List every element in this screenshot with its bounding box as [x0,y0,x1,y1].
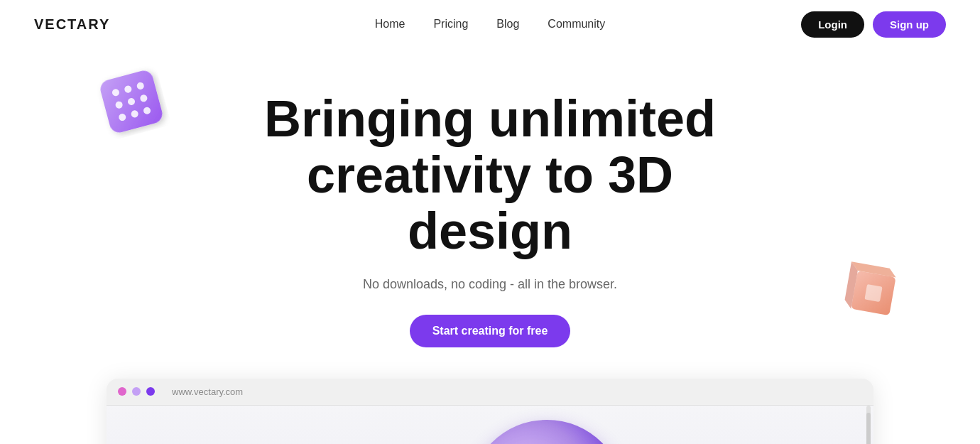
login-button[interactable]: Login [801,11,864,38]
signup-button[interactable]: Sign up [873,11,946,38]
nav-links: Home Pricing Blog Community [375,18,606,31]
browser-content [107,406,873,444]
scrollbar-thumb [866,413,871,444]
scrollbar[interactable] [866,406,871,444]
cta-button[interactable]: Start creating for free [410,315,571,347]
nav-community[interactable]: Community [548,18,605,31]
nav-blog[interactable]: Blog [496,18,519,31]
hero-subtitle: No downloads, no coding - all in the bro… [14,277,966,292]
large-purple-sphere [469,420,625,444]
svg-rect-11 [864,284,882,302]
browser-bar: www.vectary.com [107,379,873,406]
3d-scene [107,406,873,444]
nav-pricing[interactable]: Pricing [433,18,468,31]
browser-url: www.vectary.com [172,386,243,397]
pink-square-decoration [838,254,909,325]
browser-mockup: www.vectary.com [107,379,873,444]
browser-dot-red [118,387,126,396]
purple-grid-decoration [92,63,170,141]
navbar: VECTARY Home Pricing Blog Community Logi… [0,0,980,48]
browser-dot-yellow [132,387,141,396]
hero-title: Bringing unlimited creativity to 3D desi… [241,91,739,260]
nav-home[interactable]: Home [375,18,405,31]
nav-actions: Login Sign up [801,11,946,38]
browser-dot-green [146,387,155,396]
hero-section: Bringing unlimited creativity to 3D desi… [0,48,980,444]
logo[interactable]: VECTARY [34,16,110,33]
